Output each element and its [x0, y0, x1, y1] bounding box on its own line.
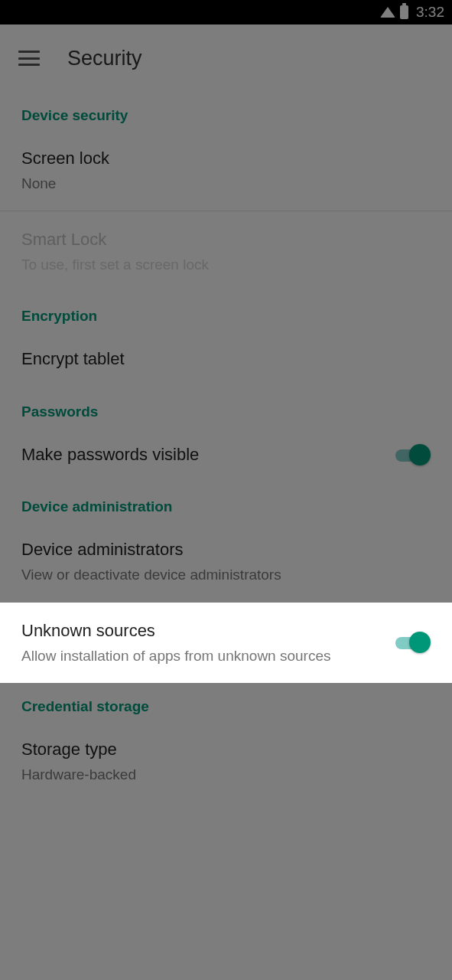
- toggle-unknown-sources[interactable]: [395, 632, 431, 653]
- status-time: 3:32: [416, 4, 444, 21]
- setting-title: Encrypt tablet: [21, 348, 415, 371]
- setting-storage-type[interactable]: Storage type Hardware-backed: [0, 721, 452, 802]
- section-encryption: Encryption: [0, 292, 452, 331]
- section-credential-storage: Credential storage: [0, 683, 452, 721]
- setting-subtitle: Hardware-backed: [21, 765, 415, 786]
- section-device-admin: Device administration: [0, 483, 452, 521]
- setting-title: Make passwords visible: [21, 443, 380, 467]
- battery-icon: [400, 5, 408, 19]
- setting-title: Screen lock: [21, 147, 415, 171]
- setting-device-administrators[interactable]: Device administrators View or deactivate…: [0, 521, 452, 602]
- setting-screen-lock[interactable]: Screen lock None: [0, 130, 452, 211]
- setting-encrypt-tablet[interactable]: Encrypt tablet: [0, 331, 452, 388]
- setting-subtitle: None: [21, 174, 415, 194]
- setting-title: Storage type: [21, 738, 415, 762]
- setting-title: Unknown sources: [21, 619, 380, 643]
- setting-subtitle: View or deactivate device administrators: [21, 565, 415, 586]
- page-title: Security: [67, 47, 142, 70]
- setting-subtitle: Allow installation of apps from unknown …: [21, 646, 380, 667]
- app-bar: Security: [0, 24, 452, 92]
- setting-subtitle: To use, first set a screen lock: [21, 255, 415, 276]
- hamburger-icon[interactable]: [18, 51, 40, 66]
- section-device-security: Device security: [0, 92, 452, 130]
- setting-smart-lock: Smart Lock To use, first set a screen lo…: [0, 211, 452, 292]
- toggle-passwords-visible[interactable]: [395, 444, 431, 466]
- setting-make-passwords-visible[interactable]: Make passwords visible: [0, 426, 452, 484]
- setting-title: Device administrators: [21, 538, 415, 562]
- setting-unknown-sources[interactable]: Unknown sources Allow installation of ap…: [0, 603, 452, 683]
- wifi-icon: [380, 7, 395, 18]
- section-passwords: Passwords: [0, 388, 452, 426]
- status-bar: 3:32: [0, 0, 452, 24]
- settings-list: Device security Screen lock None Smart L…: [0, 92, 452, 802]
- setting-title: Smart Lock: [21, 228, 415, 252]
